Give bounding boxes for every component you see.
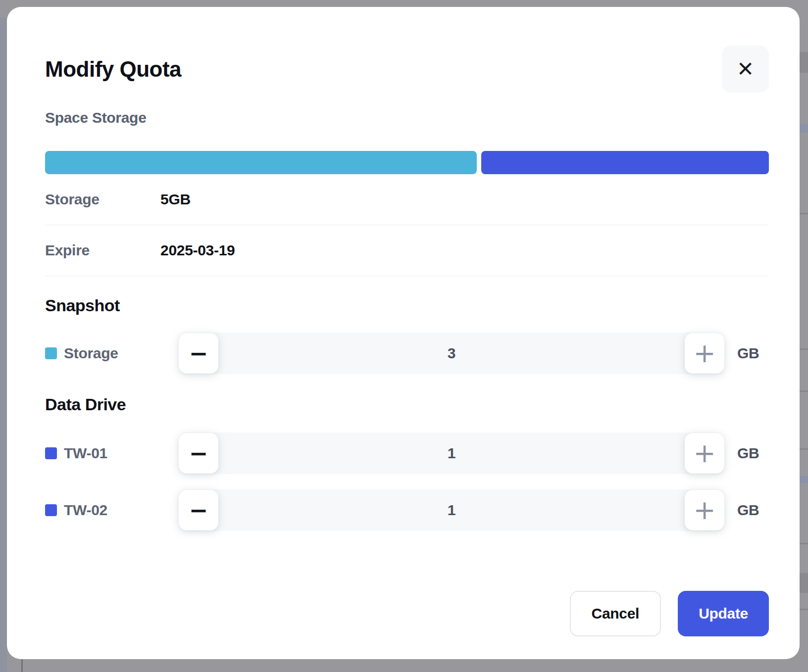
backdrop-table-line [21, 659, 23, 672]
unit-label: GB [737, 502, 769, 519]
dialog-header: Modify Quota ✕ [45, 46, 769, 93]
modify-quota-dialog: Modify Quota ✕ Space Storage Storage 5GB… [7, 7, 800, 659]
backdrop-band [800, 476, 808, 483]
usage-bar-segment-snapshot [45, 151, 477, 174]
backdrop-band [800, 52, 808, 73]
tw-02-stepper: − 1 + [179, 489, 724, 531]
decrease-button[interactable]: − [179, 490, 218, 530]
section-heading-snapshot: Snapshot [45, 296, 769, 315]
data-drive-color-swatch [45, 447, 57, 459]
backdrop-row-line [800, 609, 808, 610]
data-drive-color-swatch [45, 504, 57, 516]
quota-row-legend: TW-02 [45, 502, 179, 519]
increase-button[interactable]: + [685, 333, 724, 374]
quota-row-legend: Storage [45, 345, 179, 362]
plus-icon: + [693, 440, 715, 467]
storage-details: Storage 5GB Expire 2025-03-19 [45, 174, 769, 276]
close-icon: ✕ [737, 59, 754, 80]
minus-icon: − [189, 442, 208, 465]
plus-icon: + [693, 497, 715, 524]
detail-label-expire: Expire [45, 242, 160, 259]
usage-bar-segment-data-drive [481, 151, 769, 174]
unit-label: GB [737, 345, 769, 362]
quota-row-tw-01: TW-01 − 1 + GB [45, 432, 769, 474]
close-button[interactable]: ✕ [722, 46, 769, 93]
quota-row-label: TW-02 [64, 502, 107, 519]
decrease-button[interactable]: − [179, 333, 218, 374]
tw-01-value: 1 [448, 445, 456, 462]
tw-01-stepper: − 1 + [179, 432, 724, 474]
detail-value-expire: 2025-03-19 [160, 242, 235, 259]
backdrop-row-line [800, 213, 808, 214]
backdrop-row-line [800, 390, 808, 392]
section-label-space-storage: Space Storage [45, 109, 769, 126]
minus-icon: − [189, 499, 208, 522]
minus-icon: − [189, 342, 208, 365]
detail-row-storage: Storage 5GB [45, 174, 769, 225]
backdrop-left-edge [0, 18, 7, 672]
update-button[interactable]: Update [678, 591, 769, 636]
storage-usage-bar [45, 151, 769, 174]
detail-label-storage: Storage [45, 191, 160, 208]
backdrop-row-line [800, 543, 808, 544]
quota-row-tw-02: TW-02 − 1 + GB [45, 489, 769, 531]
backdrop-band [800, 124, 808, 133]
backdrop-row-line [800, 348, 808, 350]
decrease-button[interactable]: − [179, 433, 218, 474]
increase-button[interactable]: + [685, 433, 724, 474]
backdrop-band [800, 573, 808, 593]
dialog-footer: Cancel Update [45, 591, 769, 636]
detail-row-expire: Expire 2025-03-19 [45, 225, 769, 276]
detail-value-storage: 5GB [160, 191, 191, 208]
section-heading-data-drive: Data Drive [45, 395, 769, 414]
quota-row-legend: TW-01 [45, 445, 179, 462]
backdrop-row-line [800, 448, 808, 450]
snapshot-storage-value: 3 [448, 345, 456, 362]
tw-02-value: 1 [448, 502, 456, 519]
quota-row-label: TW-01 [64, 445, 107, 462]
snapshot-storage-stepper: − 3 + [179, 333, 724, 374]
cancel-button[interactable]: Cancel [570, 591, 661, 636]
quota-row-snapshot-storage: Storage − 3 + GB [45, 333, 769, 374]
increase-button[interactable]: + [685, 490, 724, 530]
unit-label: GB [737, 445, 769, 462]
dialog-title: Modify Quota [45, 57, 181, 82]
snapshot-color-swatch [45, 347, 57, 359]
plus-icon: + [693, 340, 715, 367]
quota-row-label: Storage [64, 345, 118, 362]
